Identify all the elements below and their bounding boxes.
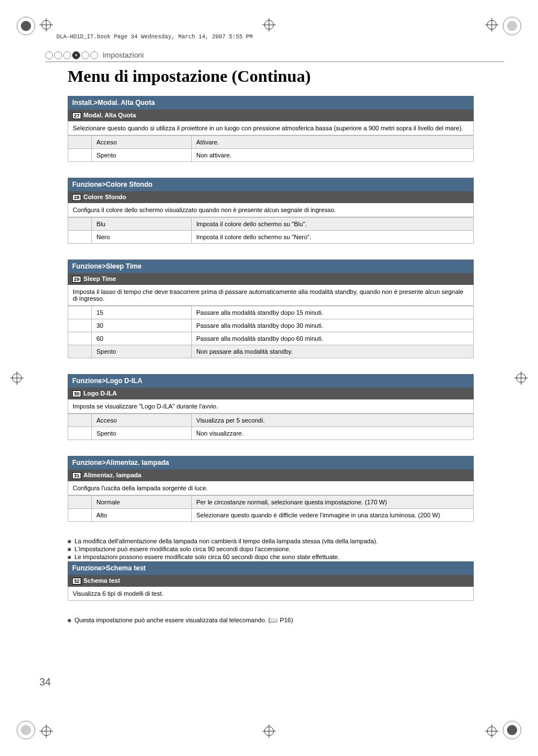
svg-point-1 bbox=[21, 21, 31, 31]
block-header: Funzione>Alimentaz. lampada bbox=[68, 456, 474, 469]
option-name: Acceso bbox=[92, 136, 192, 149]
table-row: BluImposta il colore dello schermo su "B… bbox=[68, 218, 474, 231]
option-name: 15 bbox=[92, 306, 192, 319]
bullet-icon bbox=[68, 548, 71, 551]
crop-mark-icon bbox=[16, 720, 36, 740]
block-notes: Questa impostazione può anche essere vis… bbox=[68, 617, 474, 624]
table-row: SpentoNon attivare. bbox=[68, 149, 474, 162]
block-subheader: 28Colore Sfondo bbox=[68, 191, 474, 203]
block-subheader: 29Sleep Time bbox=[68, 273, 474, 285]
option-desc: Non attivare. bbox=[192, 149, 474, 162]
registration-mark-icon bbox=[39, 18, 53, 32]
block-subheader: 30Logo D-ILA bbox=[68, 388, 474, 399]
option-desc: Non visualizzare. bbox=[192, 427, 474, 440]
registration-mark-icon bbox=[262, 724, 276, 738]
block-header: Funzione>Schema test bbox=[68, 561, 474, 575]
option-name: 30 bbox=[92, 319, 192, 332]
note-line: L'impostazione può essere modificata sol… bbox=[68, 546, 474, 552]
header-metadata: DLA-HD1D_IT.book Page 34 Wednesday, Marc… bbox=[56, 34, 253, 40]
block-header: Funzione>Colore Sfondo bbox=[68, 178, 474, 191]
block-subheader: 31Alimentaz. lampada bbox=[68, 469, 474, 481]
option-name: Alto bbox=[92, 509, 192, 522]
registration-mark-icon bbox=[262, 18, 276, 32]
item-number: 27 bbox=[72, 112, 81, 119]
block-notes: La modifica dell'alimentazione della lam… bbox=[68, 538, 474, 560]
row-indent bbox=[68, 345, 92, 358]
settings-block: Funzione>Logo D-ILA30Logo D-ILAImposta s… bbox=[68, 374, 474, 440]
svg-point-5 bbox=[21, 725, 31, 735]
row-indent bbox=[68, 414, 92, 427]
registration-mark-icon bbox=[39, 724, 53, 738]
block-header: Funzione>Sleep Time bbox=[68, 260, 474, 273]
options-table: BluImposta il colore dello schermo su "B… bbox=[68, 217, 474, 244]
table-row: 30Passare alla modalità standby dopo 30 … bbox=[68, 319, 474, 332]
row-indent bbox=[68, 306, 92, 319]
row-indent bbox=[68, 332, 92, 345]
block-header: Install.>Modal. Alta Quota bbox=[68, 96, 474, 109]
table-row: SpentoNon visualizzare. bbox=[68, 427, 474, 440]
option-desc: Passare alla modalità standby dopo 60 mi… bbox=[192, 332, 474, 345]
row-indent bbox=[68, 136, 92, 149]
bullet-icon bbox=[68, 556, 71, 559]
table-row: NormalePer le circostanze normali, selez… bbox=[68, 496, 474, 509]
row-indent bbox=[68, 496, 92, 509]
row-indent bbox=[68, 218, 92, 231]
settings-block: Funzione>Colore Sfondo28Colore SfondoCon… bbox=[68, 178, 474, 244]
option-desc: Non passare alla modalità standby. bbox=[192, 345, 474, 358]
block-description: Configura l'uscita della lampada sorgent… bbox=[68, 481, 474, 495]
registration-mark-icon bbox=[485, 724, 499, 738]
table-row: AccesoVisualizza per 5 secondi. bbox=[68, 414, 474, 427]
option-name: Nero bbox=[92, 231, 192, 244]
option-name: Blu bbox=[92, 218, 192, 231]
svg-point-3 bbox=[507, 21, 517, 31]
item-number: 29 bbox=[72, 276, 81, 283]
step-number: 4 bbox=[72, 51, 80, 59]
block-subheader: 32Schema test bbox=[68, 575, 474, 587]
option-desc: Imposta il colore dello schermo su "Nero… bbox=[192, 231, 474, 244]
item-number: 31 bbox=[72, 472, 81, 479]
option-name: Normale bbox=[92, 496, 192, 509]
item-number: 30 bbox=[72, 390, 81, 397]
settings-block: Funzione>Alimentaz. lampada31Alimentaz. … bbox=[68, 456, 474, 522]
option-desc: Selezionare questo quando è difficile ve… bbox=[192, 509, 474, 522]
options-table: AccesoVisualizza per 5 secondi.SpentoNon… bbox=[68, 414, 474, 440]
bullet-icon bbox=[68, 540, 71, 543]
settings-block: Funzione>Sleep Time29Sleep TimeImposta i… bbox=[68, 260, 474, 358]
note-line: La modifica dell'alimentazione della lam… bbox=[68, 538, 474, 544]
crop-mark-icon bbox=[16, 16, 36, 36]
row-indent bbox=[68, 231, 92, 244]
settings-block: Funzione>Schema test32Schema testVisuali… bbox=[68, 561, 474, 601]
table-row: 15Passare alla modalità standby dopo 15 … bbox=[68, 306, 474, 319]
page-number: 34 bbox=[39, 676, 51, 688]
svg-point-7 bbox=[507, 725, 517, 735]
item-number: 28 bbox=[72, 194, 81, 201]
block-description: Configura il colore dello schermo visual… bbox=[68, 203, 474, 217]
item-number: 32 bbox=[72, 578, 81, 584]
option-desc: Imposta il colore dello schermo su "Blu"… bbox=[192, 218, 474, 231]
block-description: Visualizza 6 tipi di modelli di test. bbox=[68, 587, 474, 601]
note-line: Le impostazioni possono essere modificat… bbox=[68, 553, 474, 560]
table-row: 60Passare alla modalità standby dopo 60 … bbox=[68, 332, 474, 345]
page-title: Menu di impostazione (Continua) bbox=[68, 67, 504, 86]
block-description: Imposta il lasso di tempo che deve trasc… bbox=[68, 285, 474, 306]
block-description: Selezionare questo quando si utilizza il… bbox=[68, 121, 474, 135]
option-desc: Attivare. bbox=[192, 136, 474, 149]
settings-block: Install.>Modal. Alta Quota27Modal. Alta … bbox=[68, 96, 474, 162]
table-row: AltoSelezionare questo quando è difficil… bbox=[68, 509, 474, 522]
registration-mark-icon bbox=[485, 18, 499, 32]
block-subheader: 27Modal. Alta Quota bbox=[68, 109, 474, 121]
table-row: SpentoNon passare alla modalità standby. bbox=[68, 345, 474, 358]
bullet-icon bbox=[68, 619, 71, 622]
option-desc: Per le circostanze normali, selezionare … bbox=[192, 496, 474, 509]
section-label: Impostazioni bbox=[103, 51, 144, 59]
row-indent bbox=[68, 427, 92, 440]
options-table: NormalePer le circostanze normali, selez… bbox=[68, 495, 474, 522]
breadcrumb: 4 Impostazioni bbox=[45, 51, 504, 62]
table-row: NeroImposta il colore dello schermo su "… bbox=[68, 231, 474, 244]
row-indent bbox=[68, 149, 92, 162]
block-header: Funzione>Logo D-ILA bbox=[68, 374, 474, 388]
option-desc: Passare alla modalità standby dopo 30 mi… bbox=[192, 319, 474, 332]
options-table: 15Passare alla modalità standby dopo 15 … bbox=[68, 306, 474, 358]
option-desc: Passare alla modalità standby dopo 15 mi… bbox=[192, 306, 474, 319]
option-name: Spento bbox=[92, 345, 192, 358]
